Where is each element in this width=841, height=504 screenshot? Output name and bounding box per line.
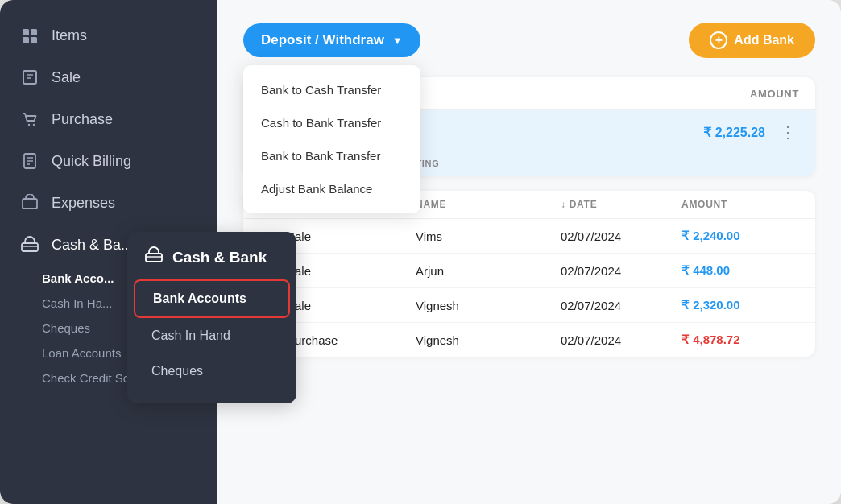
add-bank-label: Add Bank — [734, 33, 794, 48]
cash-bank-overlay-bank-accounts[interactable]: Bank Accounts — [134, 279, 290, 318]
svg-rect-3 — [31, 37, 37, 43]
cash-bank-overlay: Cash & Bank Bank Accounts Cash In Hand C… — [127, 232, 296, 403]
bank-more-options-icon[interactable]: ⋮ — [777, 122, 799, 142]
sidebar-sub-loan-accounts-label: Loan Accounts — [42, 346, 121, 360]
date-sort-icon: ↓ — [561, 199, 566, 210]
sidebar-item-purchase-label: Purchase — [52, 111, 113, 128]
row-name-4: Vignesh — [416, 333, 561, 347]
amount-col-header: AMOUNT — [702, 88, 799, 100]
row-amount-4: ₹ 4,878.72 — [682, 333, 778, 347]
cash-bank-overlay-cheques[interactable]: Cheques — [134, 353, 290, 389]
cash-bank-overlay-cash-in-hand[interactable]: Cash In Hand — [134, 318, 290, 353]
dropdown-adjust-balance[interactable]: Adjust Bank Balance — [243, 172, 420, 205]
sidebar-item-expenses-label: Expenses — [52, 195, 115, 212]
deposit-dropdown-menu: Bank to Cash Transfer Cash to Bank Trans… — [243, 65, 420, 213]
sidebar-item-items[interactable]: Items — [0, 14, 218, 56]
row-name-1: Vims — [416, 229, 561, 243]
svg-rect-4 — [23, 71, 36, 84]
adjust-balance-label: Adjust Bank Balance — [261, 182, 372, 196]
dropdown-cash-to-bank[interactable]: Cash to Bank Transfer — [243, 106, 420, 139]
sidebar-item-sale-label: Sale — [52, 69, 81, 86]
transactions-table: TYPE ⊽ NAME ↓ DATE AMOUNT Sale Vims — [243, 191, 815, 357]
table-row: Sale Vims 02/07/2024 ₹ 2,240.00 — [243, 219, 815, 254]
sidebar-item-sale[interactable]: Sale — [0, 56, 218, 98]
table-row: Sale Vignesh 02/07/2024 ₹ 2,320.00 — [243, 288, 815, 323]
bank-amount: ₹ 2,225.28 — [685, 125, 765, 140]
sidebar-sub-bank-accounts-label: Bank Acco... — [42, 271, 114, 285]
col-date: ↓ DATE — [561, 199, 682, 210]
sidebar-sub-cash-in-hand-label: Cash In Ha... — [42, 296, 113, 310]
sidebar-sub-cheques-label: Cheques — [42, 321, 90, 335]
cash-to-bank-label: Cash to Bank Transfer — [261, 116, 381, 130]
sidebar-item-items-label: Items — [52, 27, 87, 44]
cash-bank-icon — [19, 234, 40, 255]
svg-point-7 — [28, 124, 30, 126]
deposit-withdraw-wrapper: Deposit / Withdraw ▼ Bank to Cash Transf… — [243, 23, 420, 57]
chevron-down-icon: ▼ — [392, 35, 403, 47]
sale-icon — [19, 67, 40, 88]
cash-bank-overlay-title: Cash & Bank — [172, 249, 267, 266]
cash-bank-overlay-header: Cash & Bank — [127, 246, 296, 279]
items-icon — [19, 25, 40, 46]
main-content: Deposit / Withdraw ▼ Bank to Cash Transf… — [218, 0, 841, 504]
bank-overlay-icon — [145, 246, 163, 268]
quick-billing-icon — [19, 151, 40, 171]
row-type-4: Purchase — [287, 333, 416, 347]
row-type-3: Sale — [287, 299, 416, 312]
row-date-3: 02/07/2024 — [561, 299, 682, 312]
row-amount-3: ₹ 2,320.00 — [682, 298, 778, 312]
svg-point-8 — [33, 124, 35, 126]
row-amount-2: ₹ 448.00 — [682, 263, 778, 278]
sidebar-item-purchase[interactable]: Purchase — [0, 98, 218, 140]
svg-rect-1 — [31, 29, 37, 35]
dropdown-bank-to-cash[interactable]: Bank to Cash Transfer — [243, 73, 420, 106]
deposit-withdraw-button[interactable]: Deposit / Withdraw ▼ — [243, 23, 420, 57]
amount-col-header: AMOUNT — [682, 199, 727, 210]
svg-rect-14 — [22, 243, 38, 251]
bank-to-cash-label: Bank to Cash Transfer — [261, 83, 381, 97]
overlay-cash-in-hand-label: Cash In Hand — [151, 328, 230, 342]
sidebar-item-quick-billing[interactable]: Quick Billing — [0, 140, 218, 182]
sidebar-item-cash-bank-label: Cash & Ba... — [52, 237, 133, 254]
row-date-2: 02/07/2024 — [561, 264, 682, 278]
svg-rect-16 — [146, 254, 162, 262]
row-date-1: 02/07/2024 — [561, 229, 682, 243]
plus-circle-icon: + — [710, 31, 727, 49]
row-type-1: Sale — [287, 229, 416, 243]
overlay-cheques-label: Cheques — [151, 364, 203, 378]
col-name: NAME — [416, 199, 561, 210]
dropdown-bank-to-bank[interactable]: Bank to Bank Transfer — [243, 139, 420, 172]
sidebar-item-quick-billing-label: Quick Billing — [52, 153, 131, 170]
date-col-header: DATE — [570, 199, 598, 210]
expenses-icon — [19, 192, 40, 213]
bank-to-bank-label: Bank to Bank Transfer — [261, 149, 380, 163]
row-amount-1: ₹ 2,240.00 — [682, 229, 778, 243]
svg-rect-13 — [23, 199, 37, 209]
table-row: Sale Arjun 02/07/2024 ₹ 448.00 — [243, 254, 815, 288]
sidebar-item-expenses[interactable]: Expenses — [0, 182, 218, 224]
row-type-2: Sale — [287, 264, 416, 278]
top-row: Deposit / Withdraw ▼ Bank to Cash Transf… — [243, 23, 815, 58]
row-date-4: 02/07/2024 — [561, 333, 682, 347]
table-row: Purchase Vignesh 02/07/2024 ₹ 4,878.72 — [243, 323, 815, 357]
purchase-icon — [19, 109, 40, 130]
overlay-bank-accounts-label: Bank Accounts — [153, 291, 246, 305]
app-container: Items Sale Purchase Quick Billing Expens… — [0, 0, 841, 504]
row-name-2: Arjun — [416, 264, 561, 278]
col-amount: AMOUNT — [682, 199, 778, 210]
deposit-withdraw-label: Deposit / Withdraw — [261, 32, 384, 48]
amount-header-label: AMOUNT — [750, 88, 799, 100]
row-name-3: Vignesh — [416, 299, 561, 312]
add-bank-button[interactable]: + Add Bank — [689, 23, 815, 58]
svg-rect-0 — [23, 29, 29, 35]
svg-rect-2 — [23, 37, 29, 43]
